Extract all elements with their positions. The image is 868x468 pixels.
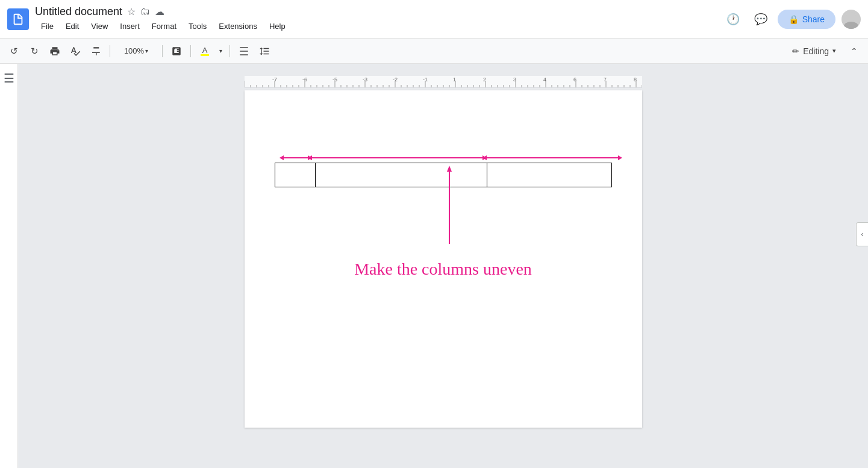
menu-tools[interactable]: Tools <box>183 19 213 33</box>
menu-file[interactable]: File <box>35 19 60 33</box>
sidebar: ☰ <box>0 64 18 468</box>
doc-title[interactable]: Untitled document <box>35 5 122 18</box>
svg-marker-4 <box>308 155 312 160</box>
print-button[interactable] <box>46 42 64 60</box>
lock-icon: 🔒 <box>788 14 799 24</box>
highlight-icon: A <box>202 46 208 54</box>
table-cell-1[interactable] <box>275 163 315 187</box>
star-icon[interactable]: ☆ <box>127 6 136 17</box>
align-button[interactable] <box>235 42 253 60</box>
svg-point-1 <box>844 22 858 29</box>
document-page: Make the columns uneven <box>245 90 642 428</box>
zoom-button[interactable]: 100% ▾ <box>115 42 157 60</box>
avatar[interactable] <box>841 10 861 29</box>
spellcheck-button[interactable] <box>66 42 84 60</box>
table-cell-3[interactable] <box>487 163 611 187</box>
doc-title-row: Untitled document ☆ 🗂 ☁ <box>35 5 722 18</box>
svg-marker-6 <box>308 155 312 160</box>
folder-icon[interactable]: 🗂 <box>140 6 150 17</box>
menu-insert[interactable]: Insert <box>114 19 146 33</box>
zoom-level: 100% <box>124 46 144 55</box>
normal-text-button[interactable] <box>167 42 186 60</box>
separator-3 <box>190 45 191 57</box>
line-spacing-button[interactable] <box>255 42 273 60</box>
menu-help[interactable]: Help <box>263 19 292 33</box>
expand-button[interactable]: ⌃ <box>845 42 863 60</box>
editing-button[interactable]: ✏ Editing ▾ <box>785 43 843 59</box>
svg-marker-9 <box>482 155 487 160</box>
redo-button[interactable]: ↻ <box>25 42 43 60</box>
cloud-icon[interactable]: ☁ <box>155 6 164 17</box>
menu-format[interactable]: Format <box>146 19 183 33</box>
menu-edit[interactable]: Edit <box>60 19 85 33</box>
doc-icon <box>7 8 29 30</box>
document-table <box>275 163 612 187</box>
separator-1 <box>110 45 110 57</box>
menu-extensions[interactable]: Extensions <box>213 19 263 33</box>
toolbar: ↺ ↻ 100% ▾ A ▾ ✏ Editing ▾ ⌃ <box>0 39 868 64</box>
svg-marker-10 <box>618 155 622 160</box>
share-button[interactable]: 🔒 Share <box>778 10 835 29</box>
outline-icon[interactable]: ☰ <box>4 71 14 86</box>
highlight-color-bar <box>201 54 209 56</box>
ruler <box>245 76 642 88</box>
content-area: Make the columns uneven <box>18 64 868 468</box>
comments-button[interactable]: 💬 <box>750 8 772 30</box>
editing-dropdown-icon: ▾ <box>832 47 836 55</box>
separator-4 <box>229 45 230 57</box>
editing-label: Editing <box>803 46 829 56</box>
zoom-dropdown-icon: ▾ <box>145 48 148 54</box>
highlight-dropdown[interactable]: ▾ <box>216 42 225 60</box>
title-bar-right: 🕐 💬 🔒 Share <box>722 8 861 30</box>
separator-2 <box>162 45 163 57</box>
share-label: Share <box>802 14 825 24</box>
svg-point-0 <box>846 12 856 22</box>
table-container: Make the columns uneven <box>275 163 612 279</box>
title-section: Untitled document ☆ 🗂 ☁ File Edit View I… <box>35 5 722 33</box>
pencil-icon: ✏ <box>792 46 799 56</box>
undo-button[interactable]: ↺ <box>5 42 23 60</box>
history-button[interactable]: 🕐 <box>722 8 744 30</box>
annotation-text: Make the columns uneven <box>275 260 612 279</box>
menu-view[interactable]: View <box>85 19 114 33</box>
svg-marker-7 <box>482 155 487 160</box>
right-collapse-button[interactable]: ‹ <box>856 222 868 246</box>
menu-bar: File Edit View Insert Format Tools Exten… <box>35 19 722 33</box>
title-bar: Untitled document ☆ 🗂 ☁ File Edit View I… <box>0 0 868 39</box>
main: ☰ <box>0 64 868 468</box>
svg-marker-3 <box>279 155 284 160</box>
paint-format-button[interactable] <box>87 42 105 60</box>
table-row <box>275 163 611 187</box>
highlight-color-button[interactable]: A <box>196 42 214 60</box>
table-cell-2[interactable] <box>315 163 487 187</box>
